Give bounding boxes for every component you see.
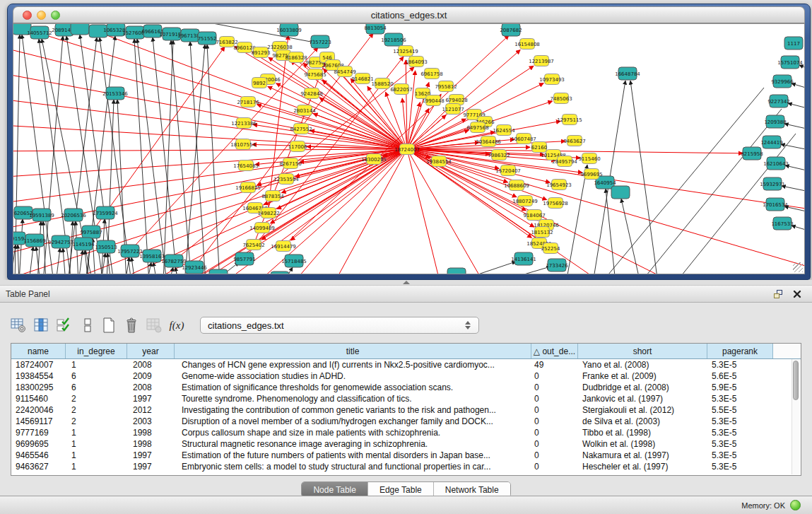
graph-node[interactable]: 12353594 — [273, 174, 299, 185]
panel-splitter[interactable] — [0, 280, 812, 285]
graph-node[interactable]: 10688609 — [504, 180, 529, 191]
graph-node[interactable]: 12942757 — [48, 235, 73, 248]
delete-column-button[interactable] — [122, 315, 141, 335]
graph-node[interactable]: 8215958 — [741, 147, 763, 160]
graph-node[interactable]: 6961758 — [420, 69, 442, 79]
graph-node[interactable]: 20153346 — [102, 87, 128, 100]
graph-node[interactable]: 12325419 — [393, 46, 418, 57]
graph-node[interactable]: 9329966 — [771, 75, 794, 88]
graph-node[interactable]: 16648784 — [615, 67, 640, 80]
splitter-handle-icon[interactable] — [403, 281, 410, 284]
graph-node[interactable]: 1733426 — [546, 259, 568, 271]
graph-node[interactable]: 1167533 — [771, 217, 793, 230]
table-row[interactable]: 969969511998Structural magnetic resonanc… — [11, 438, 801, 450]
graph-node[interactable]: 16210643 — [763, 157, 789, 170]
graph-node[interactable] — [611, 186, 630, 199]
column-header-5[interactable]: short — [578, 344, 707, 358]
graph-node[interactable]: 16033809 — [276, 24, 302, 36]
table-scrollbar-thumb[interactable] — [793, 361, 799, 400]
function-builder-button[interactable]: f(x) — [167, 315, 187, 335]
graph-node[interactable]: 8813054 — [364, 24, 387, 34]
graph-node[interactable]: 1117 — [784, 37, 803, 49]
table-source-select[interactable]: citations_edges.txt — [200, 317, 479, 334]
column-header-0[interactable]: name — [11, 344, 66, 358]
graph-node[interactable]: 17359924 — [93, 206, 118, 219]
graph-node[interactable]: 1209388 — [764, 115, 786, 128]
graph-node[interactable]: 2087682 — [500, 24, 522, 36]
table-row[interactable]: 946554611997Estimation of the future num… — [11, 450, 801, 461]
table-row[interactable]: 911546021997Tourette syndrome. Phenomeno… — [11, 393, 801, 404]
graph-node[interactable]: 14055712 — [27, 26, 52, 39]
table-row[interactable]: 1872400712008Changes of HCN gene express… — [11, 359, 801, 370]
table-row[interactable]: 1830029562008Estimation of significance … — [11, 382, 801, 393]
column-visibility-button[interactable] — [31, 315, 51, 335]
graph-node[interactable]: 8878354 — [261, 191, 284, 201]
graph-node[interactable]: 751552 — [198, 32, 217, 45]
graph-node[interactable]: 1624554 — [493, 125, 515, 136]
graph-node[interactable]: 7955812 — [435, 81, 457, 92]
graph-node[interactable]: 7485063 — [550, 93, 572, 104]
graph-node[interactable] — [71, 24, 89, 35]
network-window[interactable]: citations_edges.txt 14055712208914061065… — [7, 4, 811, 280]
graph-node[interactable]: 19166825 — [235, 182, 261, 193]
graph-node[interactable]: 9475685 — [304, 69, 326, 80]
new-column-button[interactable] — [99, 315, 119, 335]
graph-node[interactable]: 12213987 — [529, 56, 554, 66]
close-panel-icon[interactable] — [792, 289, 802, 299]
graph-node[interactable]: 14136141 — [511, 252, 536, 265]
graph-node[interactable]: 1350513 — [95, 240, 117, 253]
graph-node[interactable]: 117006 — [288, 141, 307, 152]
select-rows-button[interactable] — [54, 315, 73, 335]
graph-node[interactable]: 7986322 — [488, 150, 510, 160]
graph-node[interactable]: 6822057 — [390, 84, 412, 95]
graph-node[interactable]: 8427552 — [290, 124, 312, 134]
tab-edge-table[interactable]: Edge Table — [368, 482, 434, 497]
graph-node[interactable]: 9463627 — [563, 136, 585, 146]
graph-node[interactable]: 9892 — [252, 78, 267, 88]
graph-node[interactable]: 1156869 — [23, 234, 45, 247]
table-row[interactable]: 2242004622012Investigating the contribut… — [11, 404, 801, 416]
graph-node[interactable]: 9975887 — [80, 226, 102, 238]
graph-node[interactable]: 1864093 — [405, 57, 427, 67]
graph-node[interactable]: 2718176 — [237, 97, 259, 107]
graph-node[interactable]: 9227342 — [767, 95, 789, 107]
column-header-3[interactable]: title — [175, 344, 531, 358]
column-header-6[interactable]: pagerank — [707, 344, 773, 358]
resize-grip-icon[interactable] — [793, 262, 803, 272]
graph-node[interactable]: 19218506 — [381, 33, 406, 46]
table-mode-button[interactable] — [8, 315, 28, 335]
graph-node[interactable]: 19591389 — [29, 209, 54, 221]
column-header-4[interactable]: △ out_de... — [531, 344, 578, 358]
graph-node[interactable]: 20206536 — [61, 209, 86, 221]
network-window-titlebar[interactable]: citations_edges.txt — [13, 6, 805, 23]
graph-node[interactable]: 9146821 — [351, 74, 373, 84]
graph-node[interactable]: 1145194 — [72, 238, 95, 250]
table-row[interactable]: 1456911722003Disruption of a novel membe… — [11, 416, 801, 427]
graph-node[interactable]: 10973493 — [539, 74, 565, 85]
graph-node[interactable]: 14099489 — [249, 223, 275, 233]
graph-node[interactable]: 19654923 — [546, 180, 572, 190]
network-canvas[interactable]: 1405571220891406106532871527600269661611… — [13, 23, 805, 274]
graph-node[interactable] — [271, 271, 289, 274]
graph-node[interactable]: 8267150 — [279, 158, 301, 169]
graph-node[interactable]: 15718485 — [281, 255, 307, 267]
tab-node-table[interactable]: Node Table — [302, 482, 368, 497]
graph-node[interactable]: 9184067 — [523, 210, 545, 221]
graph-node[interactable]: 16154808 — [514, 39, 540, 49]
graph-node[interactable]: 15932971 — [760, 177, 785, 190]
float-panel-icon[interactable] — [773, 289, 784, 299]
tab-network-table[interactable]: Network Table — [434, 482, 510, 497]
graph-node[interactable]: 62160 — [531, 142, 547, 153]
graph-node[interactable]: 20364486 — [476, 136, 501, 147]
table-row[interactable]: 946362711997Embryonic stem cells: a mode… — [11, 461, 801, 472]
graph-node[interactable]: 15751074 — [777, 56, 803, 69]
graph-node[interactable]: 17016534 — [763, 198, 788, 211]
graph-node[interactable] — [447, 268, 466, 274]
column-header-1[interactable]: in_degree — [66, 344, 127, 358]
graph-node[interactable]: 12213386 — [231, 118, 257, 129]
graph-node[interactable] — [209, 269, 228, 274]
graph-node[interactable]: 9857791 — [233, 252, 255, 265]
graph-node[interactable]: 9115460 — [578, 153, 600, 164]
table-row[interactable]: 977716911998Corpus callosum shape and si… — [11, 427, 801, 438]
graph-node[interactable]: 16914479 — [271, 241, 296, 252]
